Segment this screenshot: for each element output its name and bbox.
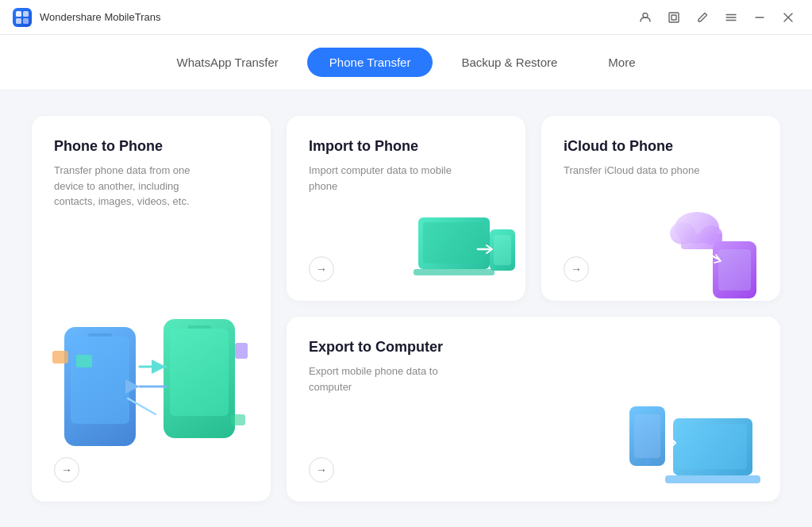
svg-rect-22 bbox=[76, 355, 92, 367]
export-illustration bbox=[622, 383, 764, 502]
app-name: Wondershare MobileTrans bbox=[40, 11, 160, 23]
svg-rect-18 bbox=[187, 325, 211, 329]
card-icloud-title: iCloud to Phone bbox=[564, 138, 758, 155]
card-phone-to-phone-arrow[interactable]: → bbox=[54, 457, 79, 483]
card-icloud-arrow[interactable]: → bbox=[564, 256, 589, 282]
svg-rect-35 bbox=[634, 414, 660, 458]
svg-rect-38 bbox=[679, 424, 747, 469]
card-import-desc: Import computer data to mobile phone bbox=[309, 163, 452, 194]
cards-grid: Phone to Phone Transfer phone data from … bbox=[32, 116, 780, 502]
title-bar-left: Wondershare MobileTrans bbox=[13, 8, 160, 27]
icloud-illustration bbox=[665, 198, 776, 301]
card-icloud-to-phone[interactable]: iCloud to Phone Transfer iCloud data to … bbox=[541, 116, 780, 301]
svg-rect-39 bbox=[665, 475, 760, 483]
svg-rect-21 bbox=[231, 414, 245, 425]
card-export-to-computer[interactable]: Export to Computer Export mobile phone d… bbox=[287, 317, 780, 502]
svg-rect-6 bbox=[672, 15, 676, 20]
tab-backup[interactable]: Backup & Restore bbox=[439, 48, 579, 77]
svg-rect-19 bbox=[52, 351, 68, 364]
edit-button[interactable] bbox=[691, 6, 714, 29]
svg-rect-3 bbox=[23, 18, 29, 24]
svg-rect-0 bbox=[16, 11, 21, 17]
card-import-to-phone[interactable]: Import to Phone Import computer data to … bbox=[287, 116, 525, 301]
svg-rect-27 bbox=[494, 235, 511, 265]
card-import-arrow[interactable]: → bbox=[309, 256, 334, 282]
svg-rect-1 bbox=[23, 11, 29, 17]
main-content: Phone to Phone Transfer phone data from … bbox=[0, 90, 812, 527]
tab-phone[interactable]: Phone Transfer bbox=[307, 48, 433, 77]
tab-more[interactable]: More bbox=[586, 48, 657, 77]
svg-rect-33 bbox=[681, 233, 722, 249]
phone-to-phone-illustration bbox=[48, 303, 255, 454]
close-button[interactable] bbox=[777, 6, 799, 29]
card-phone-to-phone-desc: Transfer phone data from one device to a… bbox=[54, 163, 197, 210]
svg-point-36 bbox=[645, 460, 650, 464]
svg-rect-17 bbox=[170, 329, 229, 416]
svg-rect-14 bbox=[71, 337, 129, 424]
card-export-arrow[interactable]: → bbox=[309, 457, 334, 483]
title-bar: Wondershare MobileTrans bbox=[0, 0, 812, 35]
tab-whatsapp[interactable]: WhatsApp Transfer bbox=[154, 48, 300, 77]
app-icon bbox=[13, 8, 32, 27]
svg-rect-29 bbox=[718, 249, 751, 290]
svg-rect-20 bbox=[235, 343, 248, 359]
svg-rect-25 bbox=[414, 269, 495, 275]
svg-rect-15 bbox=[88, 333, 112, 337]
card-export-title: Export to Computer bbox=[309, 339, 758, 356]
menu-button[interactable] bbox=[720, 6, 742, 29]
card-icloud-desc: Transfer iCloud data to phone bbox=[564, 163, 706, 179]
nav-bar: WhatsApp Transfer Phone Transfer Backup … bbox=[0, 35, 812, 90]
svg-rect-5 bbox=[669, 13, 679, 22]
profile-button[interactable] bbox=[634, 6, 656, 29]
svg-rect-2 bbox=[16, 18, 21, 24]
card-phone-to-phone[interactable]: Phone to Phone Transfer phone data from … bbox=[32, 116, 271, 502]
minimize-button[interactable] bbox=[749, 6, 771, 29]
card-export-desc: Export mobile phone data to computer bbox=[309, 364, 452, 394]
card-import-title: Import to Phone bbox=[309, 138, 503, 155]
card-phone-to-phone-title: Phone to Phone bbox=[54, 138, 248, 155]
window-button[interactable] bbox=[663, 6, 685, 29]
import-illustration bbox=[410, 202, 521, 297]
window-controls bbox=[634, 6, 799, 29]
svg-rect-24 bbox=[423, 222, 485, 264]
